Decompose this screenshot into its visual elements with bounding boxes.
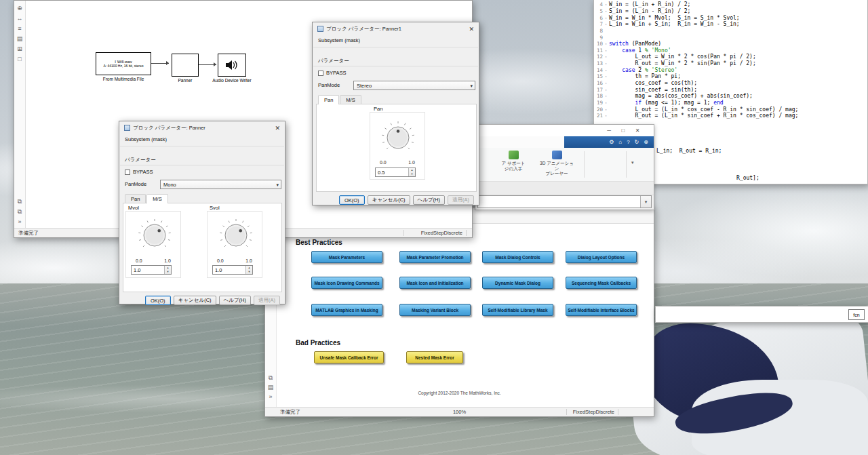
quick-access-icons: ⚙⌂?↻⊗ [564,136,654,148]
status-separator [566,409,567,415]
checkbox-box[interactable] [125,170,130,175]
toolstrip-3d-player[interactable]: 3D アニメーション プレーヤー [538,151,576,176]
spinner-buttons[interactable]: ▲ ▼ [164,266,171,274]
svol-knob[interactable] [217,216,255,254]
fcn-block[interactable]: fcn [848,309,865,320]
panmode-dropdown[interactable]: Stereo ▾ [353,81,475,90]
panner-block[interactable] [172,54,199,77]
code-line: 7-L_in = W_in + S_in; R_in = W_in - S_in… [594,21,867,28]
code-line: 20- L_out = (L_in * cos_coef - R_in * si… [594,106,867,113]
knob-max-label: 1.0 [157,258,171,263]
help-button[interactable]: ヘルプ(H) [413,195,445,205]
cancel-button[interactable]: キャンセル(C) [174,296,216,305]
apply-button[interactable]: 適用(A) [254,296,280,305]
code-segment: 1 [635,47,645,54]
hide-browser-icon[interactable]: ≡ [18,25,21,32]
close-button[interactable]: ✕ [633,127,642,134]
best-practice-button[interactable]: Dialog Layout Options [566,251,637,263]
close-icon[interactable]: ✕ [469,26,474,33]
best-practice-button[interactable]: Self-Modifiable Library Mask [482,304,553,316]
ok-button[interactable]: OK(O) [145,296,171,305]
best-practice-button[interactable]: MATLAB Graphics in Masking [311,304,382,316]
palette-icon[interactable]: ⧉ [269,374,273,381]
bad-practice-button[interactable]: Nested Mask Error [406,351,463,363]
spinner-buttons[interactable]: ▲ ▼ [245,266,252,274]
line-number: 14 [594,67,603,73]
block-file-info: A: 44100 Hz, 16 bit, stereo [103,64,143,68]
tab-ms[interactable]: M/S [340,95,361,104]
code-area[interactable]: 4-W_in = (L_in + R_in) / 2;5-S_in = (L_i… [594,0,867,119]
spinner-buttons[interactable]: ▲ ▼ [408,168,415,176]
mvol-value-field[interactable]: 1.0 ▲ ▼ [131,265,172,275]
best-practice-button[interactable]: Self-Modifiable Interface Blocks [566,304,637,316]
cancel-button[interactable]: キャンセル(C) [368,195,410,205]
code-line: 5-S_in = (L_in - R_in) / 2; [594,8,867,15]
combo-dropdown-button[interactable]: ▾ [640,196,651,207]
code-line: 17- sin_coef = sin(th); [594,86,867,93]
bad-practices-heading: Bad Practices [296,339,340,347]
spin-down-icon[interactable]: ▼ [409,172,415,176]
best-practice-button[interactable]: Mask Icon and Initialization [399,277,471,289]
refresh-icon[interactable]: ↻ [635,139,639,146]
mvol-knob[interactable] [136,216,174,254]
bad-practice-button[interactable]: Unsafe Mask Callback Error [314,351,384,363]
line-dash: - [603,73,609,79]
toolstrip-support-package[interactable]: ア サポート ジの入手 [496,151,531,171]
checkbox-box[interactable] [318,71,323,76]
bypass-checkbox[interactable]: BYPASS [318,70,346,76]
subsystem-mask-label: Subsystem (mask) [318,37,360,43]
pan-value-field[interactable]: 0.5 ▲ ▼ [375,167,416,177]
fcn-label: fcn [853,313,859,317]
line-number: 7 [594,21,603,27]
ok-button[interactable]: OK(O) [339,195,365,205]
status-separator [403,230,404,236]
tab-pan[interactable]: Pan [125,194,146,203]
dialog-titlebar[interactable]: ブロック パラメーター: Panner ✕ [119,121,285,134]
stack-icon[interactable]: ⧉ [18,208,22,215]
annotation-icon[interactable]: ▤ [17,35,23,42]
settings-icon[interactable]: ⚙ [609,139,614,146]
wire-arrowhead [166,61,169,65]
spin-down-icon[interactable]: ▼ [165,270,171,274]
bypass-checkbox[interactable]: BYPASS [125,169,153,175]
svol-value-field[interactable]: 1.0 ▲ ▼ [212,265,253,275]
pan-knob[interactable] [379,119,417,157]
shape-icon[interactable]: □ [18,56,21,62]
zoom-icon[interactable]: ⊕ [17,5,22,12]
from-multimedia-file-block[interactable]: I Will.wav A: 44100 Hz, 16 bit, stereo [96,52,151,75]
matlab-toolstrip: ア サポート ジの入手 3D アニメーション プレーヤー ▾ [475,148,654,182]
code-line: 14- case 2 % 'Stereo' [594,66,867,73]
best-practice-button[interactable]: Sequencing Mask Callbacks [566,277,637,289]
best-practice-button[interactable]: Mask Dialog Controls [482,251,553,263]
best-practice-button[interactable]: Mask Parameter Promotion [399,251,471,263]
minimize-button[interactable]: ─ [605,127,613,134]
help-button[interactable]: ヘルプ(H) [219,296,251,305]
apply-button[interactable]: 適用(A) [448,195,474,205]
line-dash: - [603,113,609,119]
best-practice-button[interactable]: Dynamic Mask Dialog [482,277,553,289]
expand-icon[interactable]: » [18,218,21,225]
panmode-dropdown[interactable]: Mono ▾ [160,180,281,189]
dialog-titlebar[interactable]: ブロック パラメーター: Panner1 ✕ [313,22,479,35]
best-practice-button[interactable]: Mask Icon Drawing Commands [311,277,382,289]
maximize-button[interactable]: □ [619,127,627,134]
code-line: 12- L_out = W_in * 2 * cos(Pan * pi / 2)… [594,54,867,60]
toolstrip-expand-caret[interactable]: ▾ [631,160,634,165]
spin-down-icon[interactable]: ▼ [246,270,252,274]
tab-ms[interactable]: M/S [146,194,167,203]
close-circle-icon[interactable]: ⊗ [644,139,648,146]
best-practice-button[interactable]: Mask Parameters [311,251,382,263]
layers-icon[interactable]: ▤ [268,384,274,391]
close-icon[interactable]: ✕ [275,125,280,132]
separator [120,165,284,165]
best-practice-button[interactable]: Masking Variant Block [399,304,471,316]
address-combo[interactable]: ▾ [477,195,652,208]
fit-view-icon[interactable]: ↔ [17,15,23,22]
help-icon[interactable]: ? [627,139,629,146]
audio-device-writer-block[interactable] [218,54,246,77]
tab-pan[interactable]: Pan [318,95,339,104]
grid-icon[interactable]: ⊞ [17,45,22,52]
model-browser-icon[interactable]: ⧉ [18,198,22,205]
status-ready: 準備完了 [280,409,300,416]
home-icon[interactable]: ⌂ [618,139,622,146]
